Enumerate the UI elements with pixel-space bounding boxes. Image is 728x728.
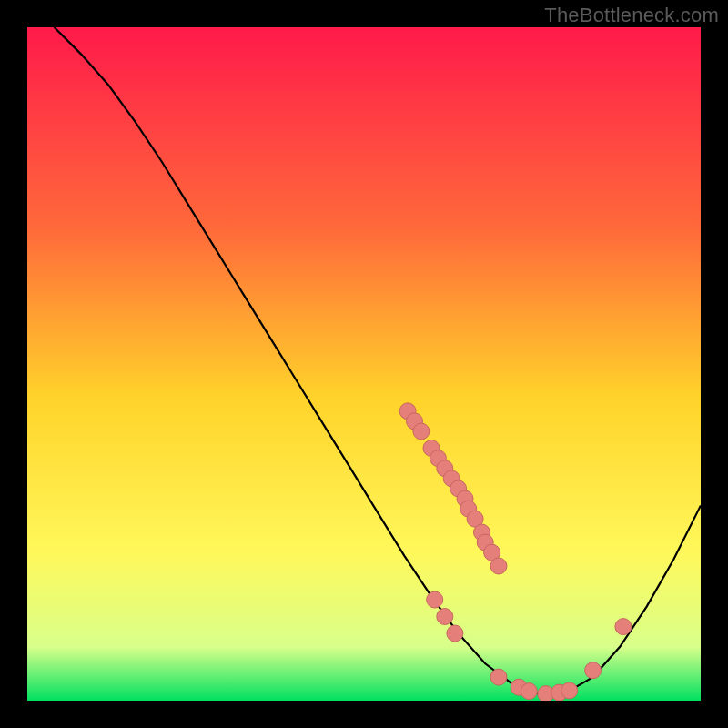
plot-area <box>27 27 701 701</box>
data-point <box>447 625 463 642</box>
data-point <box>615 619 632 635</box>
data-point <box>427 592 443 608</box>
data-point <box>585 662 602 679</box>
data-point <box>521 683 537 700</box>
chart-frame: TheBottleneck.com <box>0 0 728 728</box>
data-point <box>490 558 507 574</box>
chart-background <box>27 27 701 701</box>
chart-svg <box>27 27 701 701</box>
data-point <box>490 669 507 685</box>
data-point <box>561 682 578 699</box>
data-point <box>413 423 430 440</box>
data-point <box>437 609 453 625</box>
watermark-text: TheBottleneck.com <box>544 4 719 27</box>
